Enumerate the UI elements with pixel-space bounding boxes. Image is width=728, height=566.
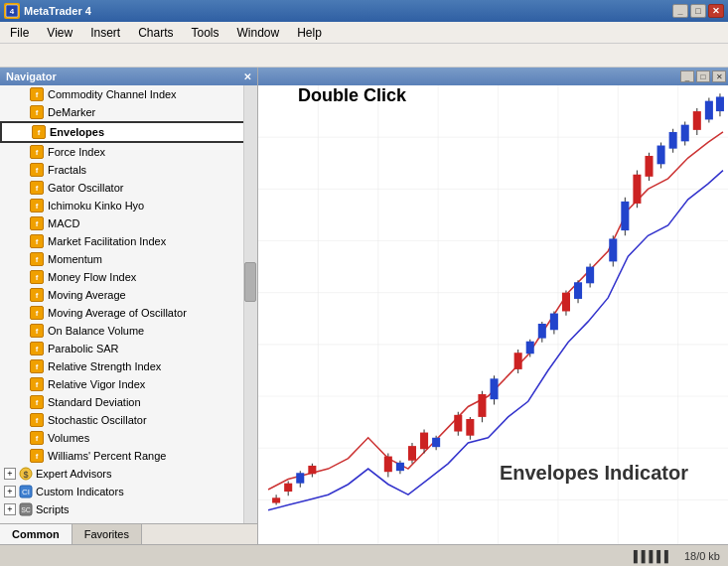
list-item[interactable]: f Momentum: [0, 250, 257, 268]
svg-rect-35: [396, 463, 404, 471]
inner-maximize-button[interactable]: □: [696, 71, 710, 82]
svg-text:4: 4: [10, 7, 15, 16]
title-bar: 4 MetaTrader 4 _ □ ✕: [0, 0, 728, 22]
menu-charts[interactable]: Charts: [130, 24, 181, 42]
chart-area[interactable]: _ □ ✕: [258, 68, 728, 544]
status-indicator: ▐▐▐▐▐: [630, 550, 668, 562]
indicator-icon: f: [30, 377, 44, 391]
indicator-icon: f: [30, 359, 44, 373]
tab-favorites[interactable]: Favorites: [73, 524, 142, 544]
navigator-title: Navigator: [6, 71, 57, 82]
list-item[interactable]: f DeMarker: [0, 103, 257, 121]
navigator-tabs: Common Favorites: [0, 523, 257, 544]
svg-rect-31: [308, 466, 316, 474]
list-item[interactable]: f Force Index: [0, 143, 257, 161]
svg-rect-69: [633, 175, 641, 204]
indicator-icon: f: [30, 87, 44, 101]
expand-icon: +: [4, 503, 16, 515]
svg-rect-53: [526, 342, 534, 354]
list-item[interactable]: f Fractals: [0, 161, 257, 179]
list-item-envelopes[interactable]: f Envelopes: [0, 121, 257, 143]
title-bar-left: 4 MetaTrader 4: [4, 3, 91, 19]
inner-close-button[interactable]: ✕: [712, 71, 726, 82]
list-item-expert-advisors[interactable]: + $ Expert Advisors: [0, 465, 257, 483]
list-item[interactable]: f Volumes: [0, 429, 257, 447]
svg-rect-63: [586, 267, 594, 284]
list-item[interactable]: f Commodity Channel Index: [0, 85, 257, 103]
svg-rect-41: [432, 438, 440, 447]
svg-rect-29: [296, 473, 304, 483]
menu-tools[interactable]: Tools: [184, 24, 227, 42]
svg-rect-77: [681, 125, 689, 142]
navigator-panel: Navigator ✕ f Commodity Channel Index f …: [0, 68, 258, 544]
menu-file[interactable]: File: [2, 24, 37, 42]
menu-bar: File View Insert Charts Tools Window Hel…: [0, 22, 728, 44]
maximize-button[interactable]: □: [690, 4, 706, 18]
indicator-icon: f: [30, 306, 44, 320]
app-title: MetaTrader 4: [24, 5, 91, 17]
list-item[interactable]: f Stochastic Oscillator: [0, 411, 257, 429]
tab-common[interactable]: Common: [0, 524, 73, 544]
svg-text:SC: SC: [21, 506, 31, 513]
svg-rect-75: [669, 132, 677, 149]
indicator-list: f Commodity Channel Index f DeMarker f E…: [0, 85, 257, 523]
status-bar: ▐▐▐▐▐ 18/0 kb: [0, 544, 728, 566]
navigator-scrollbar[interactable]: [243, 85, 257, 523]
inner-title-bar: _ □ ✕: [258, 68, 728, 85]
minimize-button[interactable]: _: [672, 4, 688, 18]
main-content: Navigator ✕ f Commodity Channel Index f …: [0, 68, 728, 544]
title-bar-controls: _ □ ✕: [672, 4, 724, 18]
list-item[interactable]: f Moving Average of Oscillator: [0, 304, 257, 322]
list-item[interactable]: f Moving Average: [0, 286, 257, 304]
app-icon: 4: [4, 3, 20, 19]
svg-rect-81: [705, 101, 713, 120]
svg-rect-67: [621, 202, 629, 230]
list-item[interactable]: f Parabolic SAR: [0, 340, 257, 357]
indicator-icon: f: [30, 431, 44, 445]
svg-rect-55: [538, 324, 546, 339]
indicator-icon: f: [30, 145, 44, 159]
indicator-icon: f: [30, 199, 44, 212]
list-item[interactable]: f Standard Deviation: [0, 393, 257, 411]
list-item[interactable]: f Relative Vigor Index: [0, 375, 257, 393]
indicator-icon: f: [32, 125, 46, 139]
indicator-icon: f: [30, 288, 44, 302]
list-item-scripts[interactable]: + SC Scripts: [0, 500, 257, 518]
list-item[interactable]: f Ichimoku Kinko Hyo: [0, 197, 257, 214]
svg-rect-33: [384, 457, 392, 473]
list-item[interactable]: f Market Facilitation Index: [0, 232, 257, 250]
navigator-body: f Commodity Channel Index f DeMarker f E…: [0, 85, 257, 523]
inner-minimize-button[interactable]: _: [680, 71, 694, 82]
indicator-icon: f: [30, 163, 44, 177]
indicator-icon: f: [30, 105, 44, 119]
expert-advisors-label: Expert Advisors: [36, 468, 111, 480]
toolbar: [0, 44, 728, 68]
svg-rect-51: [514, 353, 522, 369]
svg-rect-65: [609, 238, 617, 261]
scrollbar-thumb[interactable]: [244, 262, 256, 302]
navigator-close-button[interactable]: ✕: [243, 71, 251, 82]
svg-rect-59: [562, 293, 570, 312]
svg-rect-71: [645, 156, 653, 177]
svg-rect-37: [408, 446, 416, 461]
list-item[interactable]: f Williams' Percent Range: [0, 447, 257, 465]
menu-insert[interactable]: Insert: [82, 24, 128, 42]
svg-text:$: $: [23, 470, 28, 480]
svg-rect-39: [420, 433, 428, 450]
close-button[interactable]: ✕: [708, 4, 724, 18]
list-item[interactable]: f On Balance Volume: [0, 322, 257, 340]
status-info: 18/0 kb: [684, 550, 720, 562]
list-item[interactable]: f Gator Oscillator: [0, 179, 257, 197]
list-item[interactable]: f Money Flow Index: [0, 268, 257, 286]
double-click-label: Double Click: [298, 85, 406, 106]
envelopes-indicator-label: Envelopes Indicator: [500, 462, 688, 485]
navigator-header: Navigator ✕: [0, 68, 257, 85]
list-item[interactable]: f MACD: [0, 214, 257, 232]
menu-help[interactable]: Help: [289, 24, 330, 42]
list-item[interactable]: f Relative Strength Index: [0, 357, 257, 375]
indicator-icon: f: [30, 413, 44, 427]
menu-view[interactable]: View: [39, 24, 80, 42]
svg-rect-57: [550, 314, 558, 331]
menu-window[interactable]: Window: [229, 24, 288, 42]
list-item-custom-indicators[interactable]: + CI Custom Indicators: [0, 483, 257, 500]
